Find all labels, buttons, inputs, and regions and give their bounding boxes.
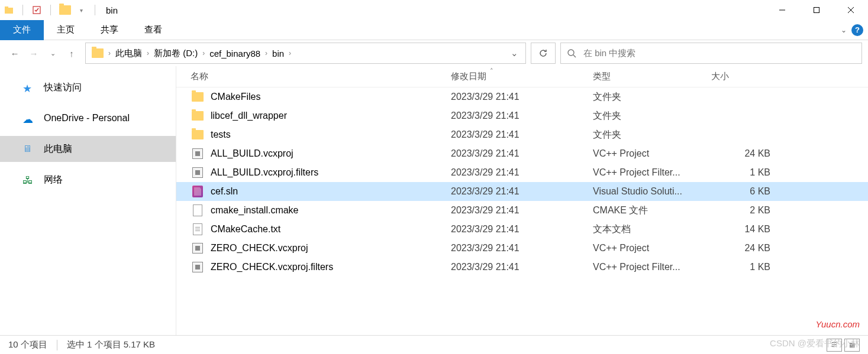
column-header-date[interactable]: 修改日期	[451, 71, 593, 82]
close-button[interactable]	[834, 0, 868, 20]
sidebar-item-label: 网络	[44, 174, 63, 186]
svg-rect-1	[5, 7, 8, 8]
file-row[interactable]: ALL_BUILD.vcxproj2023/3/29 21:41VC++ Pro…	[176, 144, 868, 163]
separator	[57, 340, 57, 350]
forward-button[interactable]: →	[25, 44, 43, 62]
file-date: 2023/3/29 21:41	[451, 224, 593, 235]
chevron-right-icon[interactable]: ›	[146, 49, 150, 57]
breadcrumb-segment[interactable]: cef_binary88	[206, 43, 264, 63]
file-type: CMAKE 文件	[593, 204, 711, 217]
svg-rect-0	[5, 8, 13, 14]
tab-share[interactable]: 共享	[88, 20, 131, 40]
file-name: CMakeCache.txt	[211, 224, 451, 235]
back-button[interactable]: ←	[6, 44, 24, 62]
file-date: 2023/3/29 21:41	[451, 129, 593, 140]
file-size: 1 KB	[711, 262, 782, 272]
file-name: ZERO_CHECK.vcxproj	[211, 243, 451, 254]
svg-line-8	[573, 55, 576, 57]
nav-buttons: ← → ⌄ ↑	[6, 44, 80, 62]
status-bar: 10 个项目 选中 1 个项目 5.17 KB ☰ ▦	[0, 335, 868, 354]
file-type: Visual Studio Soluti...	[593, 186, 711, 197]
sort-indicator-icon: ˄	[490, 67, 493, 75]
file-row[interactable]: ZERO_CHECK.vcxproj2023/3/29 21:41VC++ Pr…	[176, 239, 868, 258]
file-row[interactable]: CMakeFiles2023/3/29 21:41文件夹	[176, 87, 868, 106]
file-row[interactable]: cef.sln2023/3/29 21:41Visual Studio Solu…	[176, 182, 868, 201]
ribbon-expand-icon[interactable]: ⌄	[841, 26, 847, 34]
file-name: ALL_BUILD.vcxproj.filters	[211, 167, 451, 178]
vcxproj-file-icon	[192, 262, 203, 272]
vcxproj-file-icon	[192, 167, 203, 178]
file-type: 文件夹	[593, 91, 711, 103]
star-icon: ★	[22, 82, 36, 93]
titlebar: ▾ bin	[0, 0, 868, 20]
sidebar-item-quick-access[interactable]: ★ 快速访问	[0, 74, 176, 100]
address-bar[interactable]: › 此电脑 › 新加卷 (D:) › cef_binary88 › bin › …	[85, 43, 526, 64]
vcxproj-file-icon	[192, 148, 203, 159]
breadcrumb-segment[interactable]: bin	[269, 43, 288, 63]
file-row[interactable]: ZERO_CHECK.vcxproj.filters2023/3/29 21:4…	[176, 258, 868, 277]
column-header: ˄ 名称 修改日期 类型 大小	[176, 66, 868, 87]
window-controls	[765, 0, 868, 20]
svg-rect-4	[814, 8, 819, 13]
text-file-icon	[193, 223, 202, 235]
file-row[interactable]: CMakeCache.txt2023/3/29 21:41文本文档14 KB	[176, 220, 868, 239]
column-header-type[interactable]: 类型	[593, 71, 711, 82]
file-date: 2023/3/29 21:41	[451, 262, 593, 272]
file-date: 2023/3/29 21:41	[451, 243, 593, 254]
file-name: tests	[211, 129, 451, 140]
file-name: CMakeFiles	[211, 92, 451, 102]
file-date: 2023/3/29 21:41	[451, 148, 593, 159]
tab-home[interactable]: 主页	[44, 20, 88, 40]
file-row[interactable]: ALL_BUILD.vcxproj.filters2023/3/29 21:41…	[176, 163, 868, 182]
tab-view[interactable]: 查看	[131, 20, 175, 40]
sidebar-item-onedrive[interactable]: ☁ OneDrive - Personal	[0, 105, 176, 131]
file-size: 6 KB	[711, 186, 782, 197]
search-input[interactable]: 在 bin 中搜索	[560, 43, 862, 64]
chevron-right-icon[interactable]: ›	[288, 49, 292, 57]
file-pane: ˄ 名称 修改日期 类型 大小 CMakeFiles2023/3/29 21:4…	[176, 66, 868, 335]
file-type: 文本文档	[593, 223, 711, 236]
vcxproj-file-icon	[192, 243, 203, 254]
status-item-count: 10 个项目	[8, 339, 47, 350]
properties-icon[interactable]	[31, 5, 42, 15]
column-header-name[interactable]: 名称	[191, 71, 451, 82]
sidebar-item-network[interactable]: 🖧 网络	[0, 167, 176, 193]
network-icon: 🖧	[22, 174, 36, 185]
file-name: ALL_BUILD.vcxproj	[211, 148, 451, 159]
file-icon	[193, 204, 202, 216]
status-selection: 选中 1 个项目 5.17 KB	[67, 339, 155, 350]
breadcrumb-segment[interactable]: 新加卷 (D:)	[150, 43, 201, 63]
file-name: cmake_install.cmake	[211, 205, 451, 216]
sidebar-item-label: OneDrive - Personal	[44, 113, 130, 124]
address-dropdown-icon[interactable]: ⌄	[506, 48, 523, 59]
separator	[95, 5, 95, 15]
recent-dropdown-icon[interactable]: ⌄	[44, 44, 62, 62]
folder-icon	[192, 111, 204, 121]
file-row[interactable]: libcef_dll_wrapper2023/3/29 21:41文件夹	[176, 106, 868, 125]
navigation-bar: ← → ⌄ ↑ › 此电脑 › 新加卷 (D:) › cef_binary88 …	[0, 40, 868, 66]
separator	[50, 5, 51, 15]
file-size: 2 KB	[711, 205, 782, 216]
file-row[interactable]: cmake_install.cmake2023/3/29 21:41CMAKE …	[176, 201, 868, 220]
column-header-size[interactable]: 大小	[711, 71, 782, 82]
watermark: Yuucn.com	[816, 319, 860, 329]
solution-file-icon	[192, 186, 203, 197]
chevron-right-icon[interactable]: ›	[201, 49, 206, 57]
pc-icon: 🖥	[22, 144, 36, 154]
breadcrumb-segment[interactable]: 此电脑	[112, 43, 146, 63]
search-icon	[567, 48, 576, 58]
refresh-button[interactable]	[531, 43, 556, 64]
chevron-right-icon[interactable]: ›	[107, 49, 112, 57]
file-date: 2023/3/29 21:41	[451, 111, 593, 121]
up-button[interactable]: ↑	[63, 44, 80, 62]
chevron-right-icon[interactable]: ›	[264, 49, 269, 57]
minimize-button[interactable]	[765, 0, 799, 20]
help-icon[interactable]: ?	[851, 24, 863, 36]
folder-icon	[59, 5, 71, 15]
qat-dropdown-icon[interactable]: ▾	[76, 5, 86, 15]
maximize-button[interactable]	[799, 0, 834, 20]
file-row[interactable]: tests2023/3/29 21:41文件夹	[176, 125, 868, 144]
tab-file[interactable]: 文件	[0, 20, 44, 40]
sidebar-item-this-pc[interactable]: 🖥 此电脑	[0, 136, 176, 162]
file-date: 2023/3/29 21:41	[451, 92, 593, 102]
